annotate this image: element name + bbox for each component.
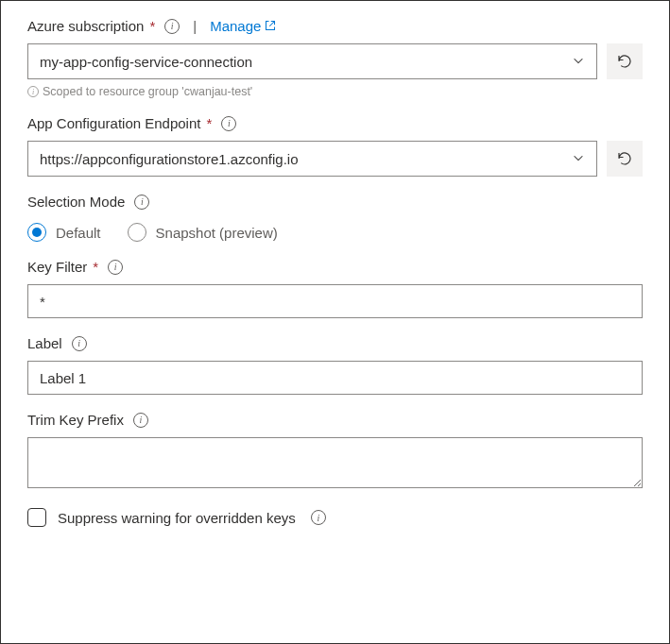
field-label: Label i [27, 335, 643, 395]
label-row: Key Filter * i [27, 259, 643, 275]
label-field-label: Label [27, 335, 62, 351]
field-azure-subscription: Azure subscription * i | Manage my-app-c… [27, 18, 643, 98]
info-icon[interactable]: i [72, 336, 87, 351]
field-suppress-warning: Suppress warning for overridden keys i [27, 508, 643, 527]
separator: | [193, 18, 197, 34]
trim-prefix-label: Trim Key Prefix [27, 412, 124, 428]
refresh-button[interactable] [607, 141, 643, 177]
info-icon: i [27, 86, 39, 97]
radio-option-snapshot[interactable]: Snapshot (preview) [128, 223, 278, 242]
field-endpoint: App Configuration Endpoint * i https://a… [27, 115, 643, 177]
select-row: https://appconfigurationstore1.azconfig.… [27, 141, 643, 177]
subscription-hint: i Scoped to resource group 'cwanjau-test… [27, 85, 643, 98]
chevron-down-icon [572, 54, 585, 70]
form-panel: Azure subscription * i | Manage my-app-c… [0, 0, 670, 644]
info-icon[interactable]: i [311, 510, 326, 525]
suppress-checkbox[interactable] [27, 508, 46, 527]
label-row: App Configuration Endpoint * i [27, 115, 643, 131]
external-link-icon [265, 18, 276, 34]
radio-icon [27, 223, 46, 242]
required-marker: * [206, 115, 212, 131]
radio-option-default[interactable]: Default [27, 223, 101, 242]
required-marker: * [93, 259, 98, 275]
subscription-label: Azure subscription [27, 18, 144, 34]
label-row: Label i [27, 335, 643, 351]
hint-text: Scoped to resource group 'cwanjau-test' [43, 85, 252, 98]
radio-label: Default [56, 225, 101, 241]
field-trim-prefix: Trim Key Prefix i [27, 412, 643, 491]
manage-link-text: Manage [210, 18, 261, 34]
field-selection-mode: Selection Mode i Default Snapshot (previ… [27, 194, 643, 242]
endpoint-label: App Configuration Endpoint [27, 115, 200, 131]
chevron-down-icon [572, 151, 585, 167]
radio-label: Snapshot (preview) [156, 225, 278, 241]
info-icon[interactable]: i [133, 413, 148, 428]
info-icon[interactable]: i [134, 195, 149, 210]
trim-prefix-input[interactable] [27, 437, 643, 488]
select-row: my-app-config-service-connection [27, 43, 643, 79]
selection-mode-label: Selection Mode [27, 194, 125, 210]
endpoint-select[interactable]: https://appconfigurationstore1.azconfig.… [27, 141, 597, 177]
label-row: Trim Key Prefix i [27, 412, 643, 428]
subscription-value: my-app-config-service-connection [40, 54, 252, 70]
info-icon[interactable]: i [221, 116, 236, 131]
radio-icon [128, 223, 146, 242]
required-marker: * [149, 18, 155, 34]
info-icon[interactable]: i [108, 260, 123, 275]
info-icon[interactable]: i [164, 19, 180, 34]
key-filter-label: Key Filter [27, 259, 87, 275]
endpoint-value: https://appconfigurationstore1.azconfig.… [40, 151, 299, 167]
field-key-filter: Key Filter * i [27, 259, 643, 318]
suppress-label: Suppress warning for overridden keys [58, 510, 296, 526]
refresh-button[interactable] [607, 43, 643, 79]
subscription-select[interactable]: my-app-config-service-connection [27, 43, 597, 79]
manage-link[interactable]: Manage [210, 18, 276, 34]
key-filter-input[interactable] [27, 284, 643, 318]
label-input[interactable] [27, 361, 643, 395]
radio-group: Default Snapshot (preview) [27, 223, 643, 242]
label-row: Selection Mode i [27, 194, 643, 210]
label-row: Azure subscription * i | Manage [27, 18, 643, 34]
